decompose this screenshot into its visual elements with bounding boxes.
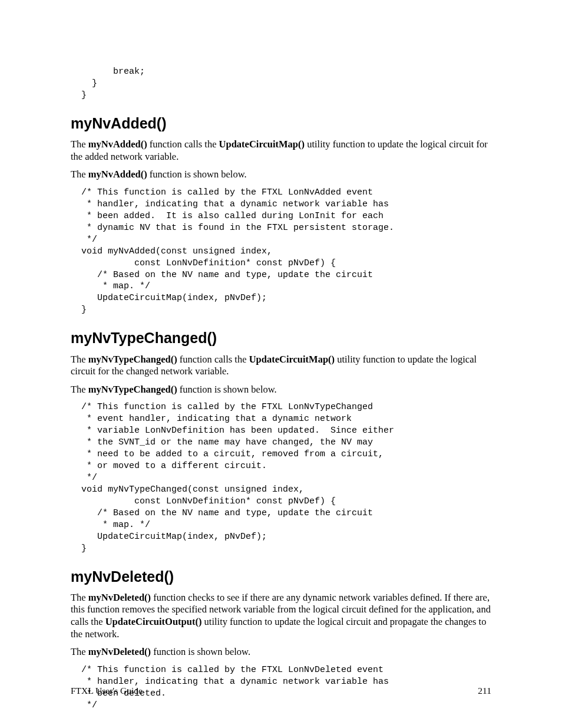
heading-mynvadded: myNvAdded() — [71, 114, 491, 133]
para-mynvdeleted-1: The myNvDeleted() function checks to see… — [71, 592, 491, 641]
text: function calls the — [177, 354, 249, 365]
text: function is shown below. — [147, 169, 247, 180]
para-mynvdeleted-2: The myNvDeleted() function is shown belo… — [71, 646, 491, 658]
heading-mynvdeleted: myNvDeleted() — [71, 568, 491, 586]
code-block-mynvadded: /* This function is called by the FTXL L… — [71, 187, 491, 316]
text: function calls the — [147, 139, 219, 150]
bold-text: UpdateCircuitOutput() — [105, 616, 202, 627]
bold-text: UpdateCircuitMap() — [219, 139, 305, 150]
bold-text: myNvDeleted() — [88, 592, 151, 603]
text: The — [71, 139, 88, 150]
footer-title: FTXL User's Guide — [71, 685, 143, 696]
para-mynvtypechanged-1: The myNvTypeChanged() function calls the… — [71, 354, 491, 378]
code-block-mynvtypechanged: /* This function is called by the FTXL L… — [71, 401, 491, 554]
text: The — [71, 384, 88, 395]
text: The — [71, 354, 88, 365]
text: function is shown below. — [151, 646, 250, 657]
page-footer: FTXL User's Guide 211 — [71, 685, 491, 696]
para-mynvadded-2: The myNvAdded() function is shown below. — [71, 169, 491, 181]
code-block-top: break; } } — [71, 66, 491, 101]
heading-mynvtypechanged: myNvTypeChanged() — [71, 329, 491, 347]
bold-text: UpdateCircuitMap() — [249, 354, 335, 365]
bold-text: myNvAdded() — [88, 169, 147, 180]
page: break; } } myNvAdded() The myNvAdded() f… — [0, 0, 562, 728]
text: The — [71, 592, 88, 603]
bold-text: myNvAdded() — [88, 139, 147, 150]
text: The — [71, 169, 88, 180]
text: function is shown below. — [177, 384, 277, 395]
para-mynvadded-1: The myNvAdded() function calls the Updat… — [71, 139, 491, 163]
para-mynvtypechanged-2: The myNvTypeChanged() function is shown … — [71, 384, 491, 396]
bold-text: myNvTypeChanged() — [88, 384, 177, 395]
bold-text: myNvDeleted() — [88, 646, 151, 657]
page-number: 211 — [478, 685, 491, 696]
bold-text: myNvTypeChanged() — [88, 354, 177, 365]
text: The — [71, 646, 88, 657]
